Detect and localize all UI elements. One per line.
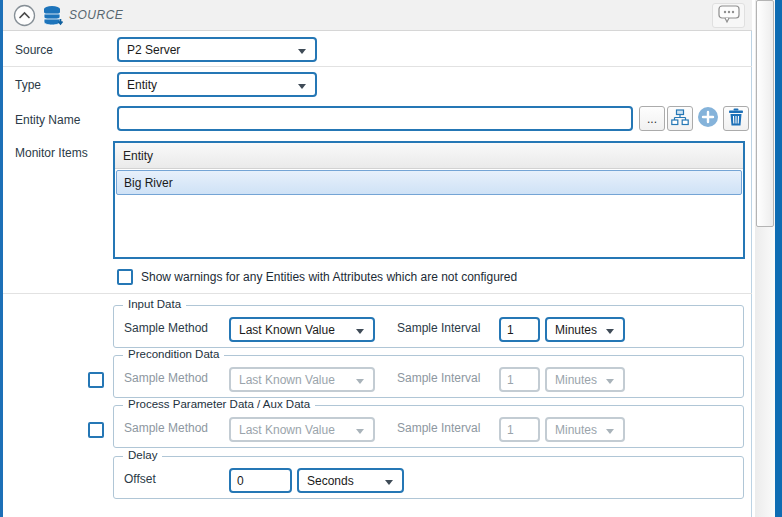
type-dropdown[interactable]: Entity (117, 72, 317, 97)
monitor-items-table: Entity Big River (113, 141, 745, 259)
sample-method-label: Sample Method (124, 421, 208, 435)
process-parameter-enable-checkbox[interactable] (88, 422, 104, 438)
source-dropdown-value: P2 Server (127, 43, 180, 57)
monitor-items-label: Monitor Items (15, 146, 88, 160)
chevron-down-icon (356, 379, 364, 384)
chevron-down-icon (298, 84, 306, 89)
process-parameter-group-title: Process Parameter Data / Aux Data (123, 398, 315, 410)
show-warnings-checkbox[interactable] (117, 269, 133, 285)
precondition-group-title: Precondition Data (123, 348, 224, 360)
input-data-group-title: Input Data (123, 298, 186, 310)
precondition-data-group: Precondition Data Sample Method Last Kno… (113, 355, 744, 398)
sample-interval-input-disabled (499, 417, 540, 442)
plus-circle-icon (697, 106, 719, 131)
trash-icon (728, 108, 744, 129)
type-label: Type (15, 78, 41, 92)
source-panel: SOURCE Source P2 Server Type (0, 0, 782, 517)
chevron-up-icon (13, 15, 36, 30)
collapse-button[interactable] (13, 4, 36, 27)
panel-right-edge (775, 0, 782, 517)
sample-method-dropdown[interactable]: Last Known Value (229, 317, 375, 342)
offset-label: Offset (124, 472, 156, 486)
type-dropdown-value: Entity (127, 78, 157, 92)
delay-group: Delay Offset Seconds (113, 456, 744, 499)
comment-button[interactable] (712, 3, 745, 28)
panel-title: SOURCE (69, 8, 123, 22)
browse-button[interactable]: ... (639, 106, 665, 131)
precondition-enable-checkbox[interactable] (88, 372, 104, 388)
sample-method-value: Last Known Value (239, 373, 335, 387)
entity-name-input[interactable] (117, 106, 633, 131)
delay-unit-value: Seconds (307, 474, 354, 488)
delete-button[interactable] (723, 106, 749, 131)
entity-name-label: Entity Name (15, 113, 80, 127)
sample-method-label: Sample Method (124, 321, 208, 335)
chevron-down-icon (606, 329, 614, 334)
chevron-down-icon (385, 480, 393, 485)
chevron-down-icon (606, 379, 614, 384)
section-separator (3, 293, 752, 294)
delay-group-title: Delay (123, 449, 162, 461)
database-icon (43, 5, 64, 31)
process-parameter-group: Process Parameter Data / Aux Data Sample… (113, 405, 744, 448)
chevron-down-icon (298, 49, 306, 54)
panel-content: SOURCE Source P2 Server Type (3, 0, 752, 517)
sample-method-dropdown-disabled: Last Known Value (229, 417, 375, 442)
vertical-scrollbar-thumb[interactable] (756, 0, 774, 227)
interval-unit-dropdown[interactable]: Minutes (545, 317, 625, 342)
org-chart-icon (671, 109, 689, 129)
panel-header: SOURCE (3, 0, 752, 31)
sample-method-dropdown-disabled: Last Known Value (229, 367, 375, 392)
interval-unit-value: Minutes (555, 373, 597, 387)
sample-interval-label: Sample Interval (397, 371, 480, 385)
offset-input[interactable] (229, 468, 292, 493)
sample-method-value: Last Known Value (239, 423, 335, 437)
interval-unit-dropdown-disabled: Minutes (545, 367, 625, 392)
interval-unit-value: Minutes (555, 323, 597, 337)
source-dropdown[interactable]: P2 Server (117, 37, 317, 62)
sample-method-label: Sample Method (124, 371, 208, 385)
monitor-items-column-header[interactable]: Entity (115, 143, 743, 169)
delay-unit-dropdown[interactable]: Seconds (297, 468, 404, 493)
sample-interval-input[interactable] (499, 317, 540, 342)
hierarchy-button[interactable] (667, 106, 693, 131)
sample-interval-label: Sample Interval (397, 321, 480, 335)
chevron-down-icon (606, 429, 614, 434)
speech-bubble-ellipsis-icon (716, 12, 742, 27)
sample-interval-input-disabled (499, 367, 540, 392)
show-warnings-label: Show warnings for any Entities with Attr… (141, 270, 517, 284)
add-button[interactable] (695, 106, 721, 131)
chevron-down-icon (356, 329, 364, 334)
sample-method-value: Last Known Value (239, 323, 335, 337)
table-row[interactable]: Big River (116, 170, 742, 195)
interval-unit-dropdown-disabled: Minutes (545, 417, 625, 442)
source-label: Source (15, 43, 53, 57)
row-separator (3, 66, 752, 67)
interval-unit-value: Minutes (555, 423, 597, 437)
input-data-group: Input Data Sample Method Last Known Valu… (113, 305, 744, 348)
chevron-down-icon (356, 429, 364, 434)
sample-interval-label: Sample Interval (397, 421, 480, 435)
